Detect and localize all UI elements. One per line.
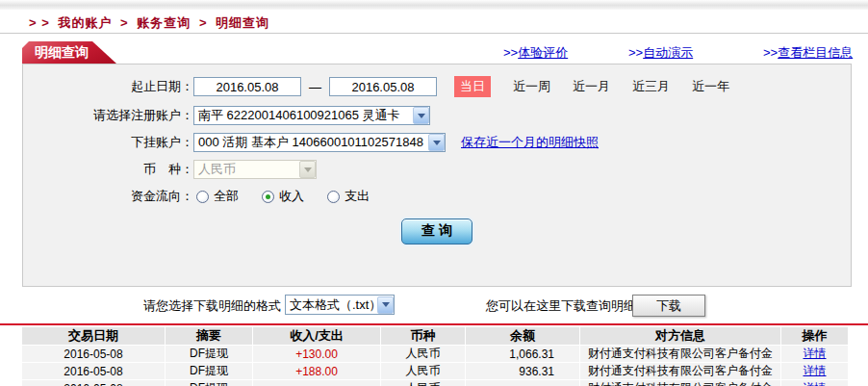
quick-range-year[interactable]: 近一年	[692, 78, 729, 95]
detail-query-page: > > 我的账户 > 账务查询 > 明细查询 明细查询 >>体验评价 >>自动演…	[0, 0, 868, 386]
breadcrumb-separator: >	[120, 15, 129, 30]
query-form-panel: 起止日期： — 当日 近一周 近一月 近三月 近一年 请选择注册账户： 南平 6…	[22, 64, 852, 287]
radio-checked-icon	[262, 191, 274, 203]
chevron-down-icon[interactable]	[413, 107, 429, 124]
cell-summary: DF提现	[166, 346, 252, 362]
currency-row: 币 种： 人民币	[23, 159, 851, 180]
cell-action: 详情	[781, 363, 848, 379]
registered-account-select[interactable]: 南平 6222001406100921065 灵通卡	[193, 106, 430, 125]
flow-radio-all[interactable]: 全部	[196, 188, 239, 205]
divider	[0, 33, 868, 34]
date-range-row: 起止日期： — 当日 近一周 近一月 近三月 近一年	[23, 76, 851, 97]
date-dash: —	[309, 80, 321, 94]
flow-radio-expense[interactable]: 支出	[327, 188, 370, 205]
date-range-label: 起止日期：	[23, 78, 193, 95]
cell-currency: 人民币	[381, 363, 465, 379]
detail-link[interactable]: 详情	[804, 381, 827, 386]
flow-radio-all-label: 全部	[214, 188, 239, 205]
sub-account-value: 000 活期 基本户 1406600101102571848	[194, 134, 428, 151]
top-gradient-bar	[0, 0, 868, 10]
cell-amount: +130.00	[253, 346, 380, 362]
registered-account-label: 请选择注册账户：	[23, 107, 193, 124]
currency-select-disabled: 人民币	[193, 160, 317, 179]
quick-range-month[interactable]: 近一月	[573, 78, 610, 95]
chevron-down-icon[interactable]	[377, 296, 394, 314]
quick-range-week[interactable]: 近一周	[513, 78, 550, 95]
cell-action: 详情	[781, 346, 848, 362]
cell-balance	[466, 380, 579, 386]
col-header-summary: 摘要	[166, 327, 252, 345]
sub-account-select[interactable]: 000 活期 基本户 1406600101102571848	[193, 133, 446, 152]
registered-account-row: 请选择注册账户： 南平 6222001406100921065 灵通卡	[23, 105, 851, 126]
flow-radio-income[interactable]: 收入	[262, 188, 304, 205]
flow-radio-income-label: 收入	[279, 188, 304, 205]
flow-radio-expense-label: 支出	[345, 188, 370, 205]
cell-date: 2016-05-08	[22, 380, 165, 386]
download-button[interactable]: 下载	[632, 295, 705, 317]
currency-value: 人民币	[194, 161, 299, 178]
cell-counterparty: 财付通支付科技有限公司客户备付金	[580, 363, 780, 379]
breadcrumb-item-my-account[interactable]: 我的账户	[58, 15, 112, 30]
registered-account-value: 南平 6222001406100921065 灵通卡	[194, 107, 413, 124]
col-header-balance: 余额	[466, 327, 579, 345]
currency-label: 币 种：	[23, 161, 193, 178]
breadcrumb-separator: >	[199, 15, 208, 30]
table-row-partial: 2016-05-08 DF提现 人民币 财付通支付科技有限公司客户备付金 详情	[22, 380, 848, 386]
download-format-label: 请您选择下载明细的格式	[0, 297, 281, 315]
col-header-action: 操作	[781, 327, 848, 345]
radio-icon	[327, 191, 340, 203]
save-monthly-snapshot-link[interactable]: 保存近一个月的明细快照	[461, 134, 599, 151]
breadcrumb-item-detail-query[interactable]: 明细查询	[216, 15, 269, 30]
download-format-select[interactable]: 文本格式（.txt）	[285, 295, 395, 315]
chevron-down-icon	[299, 161, 316, 178]
breadcrumb-prefix: > >	[29, 15, 50, 30]
cell-counterparty: 财付通支付科技有限公司客户备付金	[580, 380, 780, 386]
cell-amount	[253, 380, 380, 386]
table-row: 2016-05-08 DF提现 +130.00 人民币 1,066.31 财付通…	[22, 346, 848, 362]
cell-currency: 人民币	[381, 346, 465, 362]
download-format-value: 文本格式（.txt）	[286, 296, 377, 314]
detail-link[interactable]: 详情	[804, 347, 827, 360]
cell-balance: 1,066.31	[466, 346, 579, 362]
download-row: 请您选择下载明细的格式 文本格式（.txt） 您可以在这里下载查询明细结果 下载	[0, 293, 868, 320]
date-to-input[interactable]	[329, 77, 437, 96]
auto-demo-link[interactable]: >>自动演示	[628, 44, 693, 62]
table-top-red-line	[0, 323, 868, 325]
breadcrumb-item-account-query[interactable]: 账务查询	[137, 15, 191, 30]
cell-date: 2016-05-08	[22, 363, 165, 379]
query-button[interactable]: 查 询	[401, 219, 472, 244]
table-header-row: 交易日期 摘要 收入/支出 币种 余额 对方信息 操作	[22, 327, 848, 345]
cell-counterparty: 财付通支付科技有限公司客户备付金	[580, 346, 780, 362]
col-header-currency: 币种	[381, 327, 465, 345]
sub-account-label: 下挂账户：	[23, 134, 193, 151]
fund-flow-label: 资金流向：	[23, 188, 193, 205]
date-from-input[interactable]	[193, 77, 301, 96]
col-header-counterparty: 对方信息	[580, 327, 780, 345]
cell-summary: DF提现	[166, 380, 252, 386]
query-button-row: 查 询	[23, 220, 851, 242]
cell-amount: +188.00	[253, 363, 380, 379]
cell-balance: 936.31	[466, 363, 579, 379]
sub-account-row: 下挂账户： 000 活期 基本户 1406600101102571848 保存近…	[23, 132, 851, 153]
chevron-down-icon[interactable]	[428, 134, 445, 151]
header-links: >>体验评价 >>自动演示 >>查看栏目信息	[0, 44, 868, 60]
view-column-info-link[interactable]: >>查看栏目信息	[763, 44, 853, 62]
cell-summary: DF提现	[166, 363, 252, 379]
quick-range-today[interactable]: 当日	[454, 76, 491, 97]
cell-currency: 人民币	[381, 380, 465, 386]
table-row: 2016-05-08 DF提现 +188.00 人民币 936.31 财付通支付…	[22, 363, 848, 379]
transaction-table: 交易日期 摘要 收入/支出 币种 余额 对方信息 操作 2016-05-08 D…	[21, 326, 849, 386]
cell-date: 2016-05-08	[22, 346, 165, 362]
col-header-amount: 收入/支出	[253, 327, 380, 345]
col-header-date: 交易日期	[22, 327, 165, 345]
breadcrumb: > > 我的账户 > 账务查询 > 明细查询	[29, 14, 273, 32]
cell-action: 详情	[781, 380, 848, 386]
detail-link[interactable]: 详情	[804, 364, 827, 377]
radio-icon	[196, 191, 209, 203]
fund-flow-row: 资金流向： 全部 收入 支出	[23, 186, 851, 207]
quick-range-quarter[interactable]: 近三月	[632, 78, 670, 95]
experience-rating-link[interactable]: >>体验评价	[503, 44, 568, 62]
